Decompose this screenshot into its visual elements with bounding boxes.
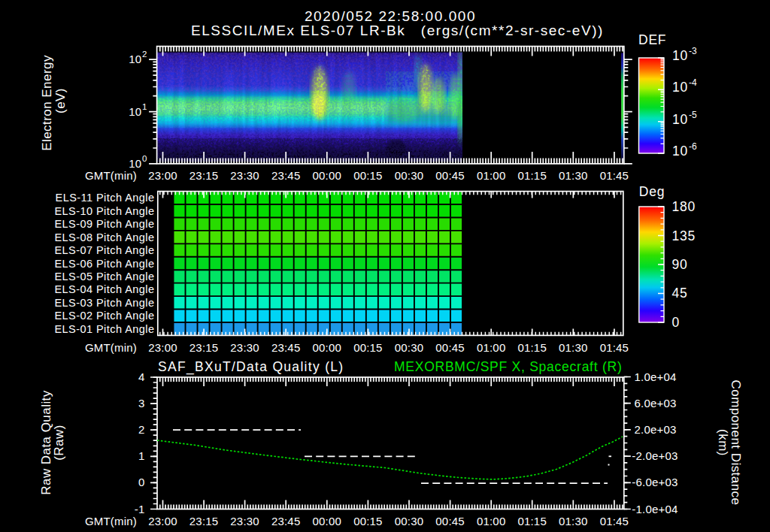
svg-text:-6: -6	[689, 141, 697, 152]
svg-text:ELS-05 Pitch Angle: ELS-05 Pitch Angle	[54, 271, 154, 283]
svg-text:10: 10	[672, 80, 688, 95]
svg-text:23:45: 23:45	[271, 515, 301, 527]
svg-text:23:00: 23:00	[148, 169, 177, 182]
svg-text:ELS-02 Pitch Angle: ELS-02 Pitch Angle	[54, 310, 154, 322]
svg-text:ELS-07 Pitch Angle: ELS-07 Pitch Angle	[54, 244, 154, 256]
svg-text:ELS-08 Pitch Angle: ELS-08 Pitch Angle	[54, 231, 154, 243]
svg-text:GMT(min): GMT(min)	[85, 169, 137, 182]
svg-text:01:45: 01:45	[600, 341, 629, 354]
svg-text:01:15: 01:15	[517, 169, 547, 182]
svg-text:Deg: Deg	[639, 184, 665, 199]
svg-text:-1.0e+04: -1.0e+04	[632, 503, 678, 515]
svg-text:-2.0e+03: -2.0e+03	[632, 449, 678, 462]
svg-text:00:30: 00:30	[395, 169, 424, 182]
svg-text:01:00: 01:00	[477, 341, 506, 354]
svg-text:10: 10	[672, 48, 688, 63]
svg-text:(km): (km)	[716, 429, 730, 456]
svg-text:DEF: DEF	[638, 32, 666, 47]
svg-text:00:45: 00:45	[435, 169, 465, 182]
svg-text:4: 4	[138, 370, 145, 383]
svg-text:23:15: 23:15	[189, 341, 219, 354]
svg-text:90: 90	[672, 257, 688, 272]
svg-text:2: 2	[142, 50, 147, 59]
svg-text:GMT(min): GMT(min)	[85, 341, 137, 354]
svg-text:10: 10	[129, 105, 141, 118]
svg-text:GMT(min): GMT(min)	[85, 515, 137, 527]
svg-text:23:45: 23:45	[271, 169, 301, 182]
svg-text:01:45: 01:45	[600, 515, 629, 527]
svg-text:6.0e+03: 6.0e+03	[635, 397, 677, 410]
svg-text:45: 45	[672, 286, 688, 301]
svg-text:3: 3	[138, 397, 145, 410]
svg-text:01:00: 01:00	[477, 169, 506, 182]
svg-text:10: 10	[672, 112, 688, 127]
svg-text:-6.0e+03: -6.0e+03	[632, 476, 678, 488]
svg-text:ELS-06 Pitch Angle: ELS-06 Pitch Angle	[54, 258, 154, 270]
svg-text:01:30: 01:30	[559, 169, 588, 182]
svg-text:00:30: 00:30	[395, 341, 424, 354]
svg-text:01:30: 01:30	[559, 515, 588, 527]
svg-text:ELS-11 Pitch Angle: ELS-11 Pitch Angle	[56, 192, 155, 204]
svg-text:MEXORBMC/SPF X, Spacecraft (R): MEXORBMC/SPF X, Spacecraft (R)	[394, 359, 623, 374]
svg-text:23:30: 23:30	[230, 169, 259, 182]
svg-text:0: 0	[672, 315, 680, 330]
svg-text:00:00: 00:00	[313, 341, 342, 354]
svg-text:Electron Energy: Electron Energy	[40, 55, 54, 151]
svg-text:ELS-03 Pitch Angle: ELS-03 Pitch Angle	[54, 297, 154, 309]
svg-text:SAF_BXuT/Data Quality (L): SAF_BXuT/Data Quality (L)	[158, 359, 344, 375]
svg-text:ELS-04 Pitch Angle: ELS-04 Pitch Angle	[54, 283, 154, 295]
svg-text:0: 0	[138, 476, 145, 488]
svg-text:ELS-09 Pitch Angle: ELS-09 Pitch Angle	[54, 218, 154, 230]
svg-text:00:45: 00:45	[435, 341, 465, 354]
svg-text:ELSSCIL/MEx ELS-07 LR-Bk (er: ELSSCIL/MEx ELS-07 LR-Bk (ergs/(cm**2-sr…	[191, 23, 604, 38]
svg-text:01:45: 01:45	[600, 169, 629, 182]
svg-text:1: 1	[138, 449, 145, 462]
svg-text:23:15: 23:15	[189, 169, 219, 182]
svg-text:00:00: 00:00	[313, 515, 342, 527]
svg-text:ELS-01 Pitch Angle: ELS-01 Pitch Angle	[54, 323, 154, 335]
svg-text:23:30: 23:30	[230, 341, 259, 354]
svg-text:(Raw): (Raw)	[52, 425, 66, 461]
svg-text:01:15: 01:15	[517, 515, 547, 527]
svg-text:1.0e+04: 1.0e+04	[635, 370, 677, 383]
svg-text:1: 1	[142, 102, 147, 111]
svg-text:10: 10	[672, 144, 688, 159]
svg-text:01:30: 01:30	[559, 341, 588, 354]
svg-text:0: 0	[142, 154, 147, 163]
svg-text:10: 10	[129, 157, 141, 170]
svg-text:01:00: 01:00	[477, 515, 506, 527]
svg-text:00:15: 00:15	[353, 169, 383, 182]
svg-text:00:15: 00:15	[353, 341, 383, 354]
svg-text:00:15: 00:15	[353, 515, 383, 527]
svg-text:00:45: 00:45	[435, 515, 465, 527]
svg-text:01:15: 01:15	[517, 341, 547, 354]
svg-text:135: 135	[672, 228, 696, 243]
svg-text:00:30: 00:30	[395, 515, 424, 527]
svg-text:(eV): (eV)	[53, 88, 68, 113]
svg-text:-5: -5	[689, 110, 697, 120]
svg-text:23:00: 23:00	[148, 341, 177, 354]
svg-text:2: 2	[138, 423, 145, 436]
svg-text:2.0e+03: 2.0e+03	[635, 423, 677, 436]
svg-text:2020/052 22:58:00.000: 2020/052 22:58:00.000	[305, 8, 476, 24]
svg-text:-1: -1	[135, 503, 145, 515]
svg-text:00:00: 00:00	[313, 169, 342, 182]
svg-text:23:45: 23:45	[271, 341, 301, 354]
svg-text:23:30: 23:30	[230, 515, 259, 527]
svg-text:10: 10	[129, 53, 141, 65]
svg-text:-4: -4	[689, 77, 697, 88]
svg-text:23:00: 23:00	[148, 515, 177, 527]
svg-text:-3: -3	[689, 46, 697, 56]
svg-text:ELS-10 Pitch Angle: ELS-10 Pitch Angle	[54, 205, 154, 217]
svg-text:180: 180	[672, 199, 696, 214]
svg-text:23:15: 23:15	[189, 515, 219, 527]
